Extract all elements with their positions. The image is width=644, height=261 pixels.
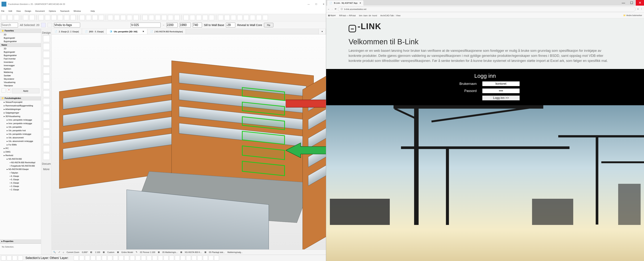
bookmark-star-icon[interactable]: ☆ — [637, 8, 639, 10]
bt-button[interactable] — [141, 256, 146, 261]
tree-item[interactable]: • 3. Etasje — [0, 185, 41, 188]
mode-button[interactable] — [41, 23, 46, 27]
sill2-input[interactable] — [226, 23, 235, 27]
tool-button[interactable] — [92, 15, 98, 20]
list-item[interactable]: Visualisering — [0, 81, 41, 84]
tree-item[interactable]: ▸ DWG — [0, 150, 41, 154]
window-tool[interactable] — [43, 67, 50, 73]
list-item[interactable]: Innervegger — [0, 64, 41, 67]
tree-item[interactable]: • Takplan — [0, 171, 41, 174]
column-tool[interactable] — [43, 75, 50, 81]
new-button[interactable] — [1, 15, 6, 20]
password-input[interactable] — [482, 88, 520, 93]
zoom-label[interactable]: Current Zoom — [67, 251, 80, 253]
tree-item[interactable]: • Fargekode NS-INSTA 800 — [0, 164, 41, 168]
tab[interactable]: 📄 2. Etasje [2. 2. Etasje] — [52, 29, 82, 34]
menu-item[interactable]: Options — [49, 10, 56, 12]
bt-button[interactable] — [102, 256, 107, 261]
back-button[interactable]: ← — [328, 8, 330, 10]
apply-button[interactable]: Apply — [12, 88, 40, 93]
bt-button[interactable] — [169, 256, 174, 261]
tree-item[interactable]: ▸ Salgstegninger — [0, 111, 41, 115]
bt-button[interactable] — [130, 256, 135, 261]
tree-item[interactable]: ▸ Arbeidstegninger — [0, 107, 41, 111]
minimize-button[interactable]: — — [619, 0, 628, 5]
tool-button[interactable] — [70, 15, 76, 20]
tree-item[interactable]: ▸ Rammesøknad/Byggemelding — [0, 104, 41, 107]
tree-item[interactable]: ▸ Skisse/Forprosjekt — [0, 100, 41, 104]
project-header[interactable]: 📁 Furuholmgården — [0, 96, 41, 100]
menu-item[interactable]: Window — [74, 10, 81, 12]
search-input[interactable] — [1, 23, 18, 27]
menu-icon[interactable]: ⋮ — [640, 8, 642, 10]
tool-button[interactable] — [45, 15, 50, 20]
tree-item[interactable]: ▸ Innv. perspektiv m/skygge — [0, 118, 41, 122]
apps-button[interactable]: ▦ Apper — [328, 14, 336, 17]
status-slot[interactable]: 05 Møblering/s... — [162, 251, 178, 253]
bt-button[interactable] — [96, 256, 101, 261]
tool-button[interactable] — [108, 15, 113, 20]
tool-button[interactable] — [38, 15, 44, 20]
model-label[interactable]: Entire Model — [122, 251, 133, 253]
door-tool[interactable] — [43, 59, 50, 66]
list-item[interactable]: Møblering — [0, 70, 41, 74]
list-item[interactable]: Bygningsdel — [0, 50, 41, 54]
tree-item[interactable]: ▸ NS-INSTA 800 Etasjer — [0, 168, 41, 171]
tree-item[interactable]: ▸ Innv. perspektiv m/skygge — [0, 122, 41, 125]
site-info-icon[interactable]: ⓘ — [341, 8, 343, 10]
undo-button[interactable] — [23, 15, 28, 20]
tree-item[interactable]: ▸ Utv. perspektiv hvit — [0, 129, 41, 132]
list-item[interactable]: Sanitær — [0, 74, 41, 77]
tool-button[interactable] — [168, 15, 173, 20]
beam-tool[interactable] — [43, 82, 50, 89]
tool-button[interactable] — [237, 15, 242, 20]
tree-item[interactable]: ▸ For BIMx — [0, 143, 41, 147]
tree-item[interactable]: ▸ Renhold — [0, 154, 41, 157]
width-input[interactable] — [166, 23, 178, 27]
list-item[interactable]: Skyvedører — [0, 77, 41, 81]
save-button[interactable] — [14, 15, 19, 20]
bt-button[interactable] — [108, 256, 112, 261]
tool-button[interactable] — [127, 15, 132, 20]
bookmark-link[interactable]: RIFstat — RIFstat — [339, 14, 356, 17]
name-header[interactable]: Name — [0, 43, 41, 47]
tree-item[interactable]: • NS-INSTA 800 Renholdspl — [0, 161, 41, 164]
redo-button[interactable] — [30, 15, 35, 20]
tool-button[interactable] — [231, 15, 236, 20]
tool-button[interactable] — [244, 15, 249, 20]
tab[interactable]: 📄 [800 - 5. Etasje] — [82, 29, 107, 34]
bt-button[interactable] — [80, 256, 84, 261]
tool-button[interactable] — [51, 15, 56, 20]
menu-item[interactable]: File — [1, 10, 4, 12]
favorite-type-input[interactable] — [54, 23, 80, 27]
bt-button[interactable] — [85, 256, 90, 261]
status-slot[interactable]: NS-INSTA 800 K... — [185, 251, 202, 253]
bt-button[interactable] — [136, 256, 140, 261]
fav-item[interactable]: Bygningsdeler — [0, 40, 41, 43]
slab-tool[interactable] — [43, 90, 50, 97]
tool-button[interactable] — [184, 15, 189, 20]
sill1-input[interactable] — [193, 23, 202, 27]
delete-icon[interactable]: ✕ — [7, 88, 11, 93]
tree-item[interactable]: • 5. Etasje — [0, 178, 41, 181]
menu-item[interactable]: View — [16, 10, 21, 12]
tree-item[interactable]: ▸ Utv. aksonometri — [0, 136, 41, 139]
close-tab-icon[interactable]: ✕ — [360, 2, 361, 4]
tab[interactable]: 📄 [ NS-INSTA 800 Renholdsplan] — [147, 29, 186, 34]
tool-button[interactable] — [80, 15, 85, 20]
maximize-button[interactable]: ☐ — [315, 3, 317, 5]
tool-button[interactable] — [120, 15, 126, 20]
custom-label[interactable]: Custom — [107, 251, 114, 253]
tool-button[interactable] — [174, 15, 180, 20]
bt-button[interactable] — [164, 256, 168, 261]
open-button[interactable] — [8, 15, 13, 20]
arrow-tool[interactable] — [43, 35, 50, 42]
close-tab-icon[interactable]: ✕ — [142, 30, 144, 33]
browser-tab[interactable]: 📄 B-Link - My ASP.NET App ✕ — [327, 0, 363, 5]
list-item[interactable]: Kjøkken — [0, 67, 41, 70]
zone-tool[interactable] — [43, 145, 50, 152]
bt-button[interactable] — [214, 256, 219, 261]
bt-button[interactable] — [1, 256, 6, 261]
bookmark-link[interactable]: bim -bam -bir -hund — [359, 14, 377, 17]
menu-item[interactable]: Design — [25, 10, 31, 12]
